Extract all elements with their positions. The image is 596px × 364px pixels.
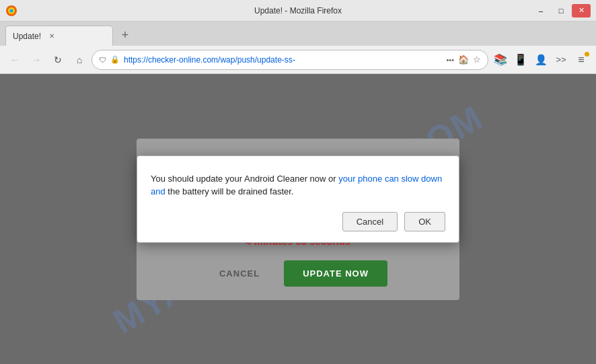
tab-label: Update! (13, 32, 41, 41)
library-button[interactable]: 📚 (491, 50, 510, 69)
back-button[interactable]: ← (5, 50, 24, 69)
dialog-message: You should update your Android Cleaner n… (151, 172, 445, 198)
more-icon: ••• (446, 56, 454, 64)
dialog-ok-button[interactable]: OK (404, 212, 445, 231)
tab-close-button[interactable]: ✕ (46, 31, 57, 42)
title-bar-left (5, 5, 17, 17)
address-bar[interactable]: 🛡 🔒 https://checker-online.com/wap/push/… (91, 50, 488, 70)
account-button[interactable]: 👤 (531, 50, 550, 69)
window-controls: – □ ✕ (531, 4, 591, 17)
shield-icon: 🛡 (99, 56, 106, 64)
dialog-text-part2: the battery will be drained faster. (165, 186, 294, 196)
title-bar: Update! - Mozilla Firefox – □ ✕ (0, 0, 596, 22)
home-button[interactable]: ⌂ (70, 50, 89, 69)
alert-dialog: You should update your Android Cleaner n… (137, 155, 459, 243)
new-tab-button[interactable]: + (116, 26, 135, 44)
url-display: https://checker-online.com/wap/push/upda… (124, 55, 442, 65)
nav-bar: ← → ↻ ⌂ 🛡 🔒 https://checker-online.com/w… (0, 46, 596, 74)
forward-button[interactable]: → (27, 50, 46, 69)
firefox-icon (5, 5, 17, 17)
menu-button[interactable]: ≡ (572, 50, 591, 69)
nav-right-buttons: 📚 📱 👤 >> ≡ (491, 50, 591, 69)
window-title: Update! - Mozilla Firefox (254, 6, 342, 15)
refresh-button[interactable]: ↻ (48, 50, 67, 69)
pocket-icon: 🏠 (458, 54, 469, 65)
lock-icon: 🔒 (110, 55, 120, 64)
bookmark-icon[interactable]: ☆ (473, 54, 481, 65)
page-content: MYANTISPYWARE.COM 4 minutes 03 seconds C… (0, 74, 596, 364)
dialog-text-part1: You should update your Android Cleaner n… (151, 174, 338, 184)
dialog-buttons: Cancel OK (151, 212, 445, 231)
close-button[interactable]: ✕ (572, 4, 591, 17)
minimize-button[interactable]: – (531, 4, 550, 17)
synced-tabs-button[interactable]: 📱 (511, 50, 530, 69)
dialog-cancel-button[interactable]: Cancel (342, 212, 398, 231)
svg-point-2 (10, 9, 13, 12)
active-tab[interactable]: Update! ✕ (5, 26, 113, 46)
tab-bar: Update! ✕ + (0, 22, 596, 46)
extensions-button[interactable]: >> (552, 50, 570, 69)
maximize-button[interactable]: □ (552, 4, 570, 17)
dialog-overlay: You should update your Android Cleaner n… (0, 74, 596, 364)
